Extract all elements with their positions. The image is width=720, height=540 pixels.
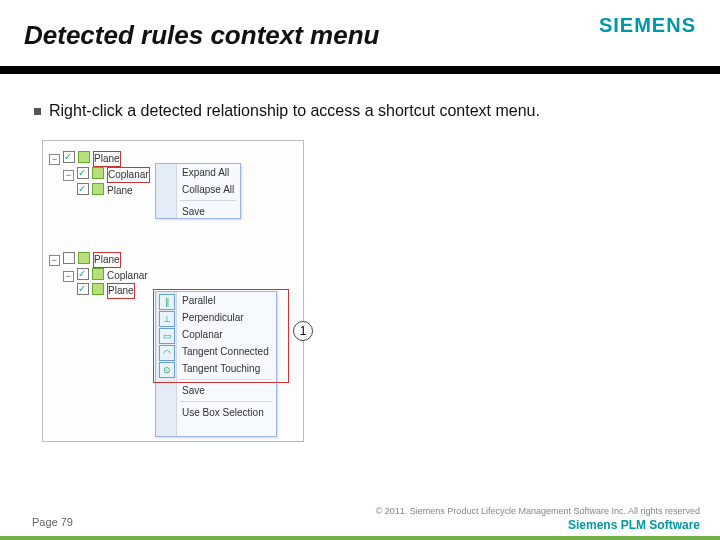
minus-icon[interactable]: −	[49, 255, 60, 266]
menu-separator	[180, 379, 272, 380]
brand-text: Siemens PLM Software	[568, 518, 700, 532]
plane-icon	[92, 183, 104, 195]
menu-item-collapse-all[interactable]: Collapse All	[156, 181, 240, 198]
menu-item-expand-all[interactable]: Expand All	[156, 164, 240, 181]
tangent-connected-icon: ◠	[159, 345, 175, 361]
menu-item-coplanar[interactable]: ▭Coplanar	[156, 326, 276, 343]
checkbox-icon[interactable]	[63, 151, 75, 163]
plane-icon	[78, 252, 90, 264]
checkbox-icon[interactable]	[77, 283, 89, 295]
copyright-text: © 2011. Siemens Product Lifecycle Manage…	[376, 506, 700, 516]
tangent-touching-icon: ⊙	[159, 362, 175, 378]
menu-item-perpendicular[interactable]: ⊥Perpendicular	[156, 309, 276, 326]
minus-icon[interactable]: −	[49, 154, 60, 165]
menu-item-tangent-connected[interactable]: ◠Tangent Connected	[156, 343, 276, 360]
checkbox-icon[interactable]	[77, 268, 89, 280]
menu-label: Coplanar	[182, 329, 223, 340]
bullet-line: Right-click a detected relationship to a…	[34, 102, 540, 120]
menu-label: Tangent Connected	[182, 346, 269, 357]
tree-node[interactable]: −Coplanar	[49, 268, 150, 283]
coplanar-icon: ▭	[159, 328, 175, 344]
menu-separator	[180, 200, 236, 201]
tree-label: Plane	[107, 283, 135, 299]
tree-label: Coplanar	[107, 167, 150, 183]
page-number: Page 79	[32, 516, 73, 528]
tree-node[interactable]: Plane	[49, 183, 150, 198]
bullet-text: Right-click a detected relationship to a…	[49, 102, 540, 119]
menu-item-parallel[interactable]: ∥Parallel	[156, 292, 276, 309]
header-rule	[0, 66, 720, 74]
menu-item-use-box-selection[interactable]: Use Box Selection	[156, 404, 276, 421]
minus-icon[interactable]: −	[63, 170, 74, 181]
plane-icon	[92, 283, 104, 295]
footer-accent-bar	[0, 536, 720, 540]
checkbox-icon[interactable]	[63, 252, 75, 264]
menu-label: Perpendicular	[182, 312, 244, 323]
slide: Detected rules context menu SIEMENS Righ…	[0, 0, 720, 540]
perpendicular-icon: ⊥	[159, 311, 175, 327]
coplanar-icon	[92, 167, 104, 179]
menu-separator	[180, 401, 272, 402]
menu-item-save[interactable]: Save	[156, 203, 240, 220]
checkbox-icon[interactable]	[77, 183, 89, 195]
checkbox-icon[interactable]	[77, 167, 89, 179]
tree-label: Plane	[93, 151, 121, 167]
callout-1: 1	[293, 321, 313, 341]
footer: © 2011. Siemens Product Lifecycle Manage…	[0, 496, 720, 540]
tree-node[interactable]: −Plane	[49, 252, 150, 268]
tree-view: −Plane −Coplanar Plane −Plane −Coplanar …	[49, 151, 150, 299]
context-menu-short: Expand All Collapse All Save	[155, 163, 241, 219]
menu-label: Tangent Touching	[182, 363, 260, 374]
bullet-marker	[34, 108, 41, 115]
parallel-icon: ∥	[159, 294, 175, 310]
menu-item-tangent-touching[interactable]: ⊙Tangent Touching	[156, 360, 276, 377]
header: Detected rules context menu SIEMENS	[0, 20, 720, 51]
menu-label: Parallel	[182, 295, 215, 306]
menu-item-save[interactable]: Save	[156, 382, 276, 399]
plane-icon	[78, 151, 90, 163]
tree-label: Plane	[107, 184, 133, 198]
tree-label: Coplanar	[107, 269, 148, 283]
screenshot-panel: −Plane −Coplanar Plane −Plane −Coplanar …	[42, 140, 304, 442]
coplanar-icon	[92, 268, 104, 280]
tree-node[interactable]: −Coplanar	[49, 167, 150, 183]
minus-icon[interactable]: −	[63, 271, 74, 282]
tree-node[interactable]: Plane	[49, 283, 150, 299]
tree-label: Plane	[93, 252, 121, 268]
siemens-logo: SIEMENS	[599, 14, 696, 37]
tree-node[interactable]: −Plane	[49, 151, 150, 167]
context-menu-relations: ∥Parallel ⊥Perpendicular ▭Coplanar ◠Tang…	[155, 291, 277, 437]
